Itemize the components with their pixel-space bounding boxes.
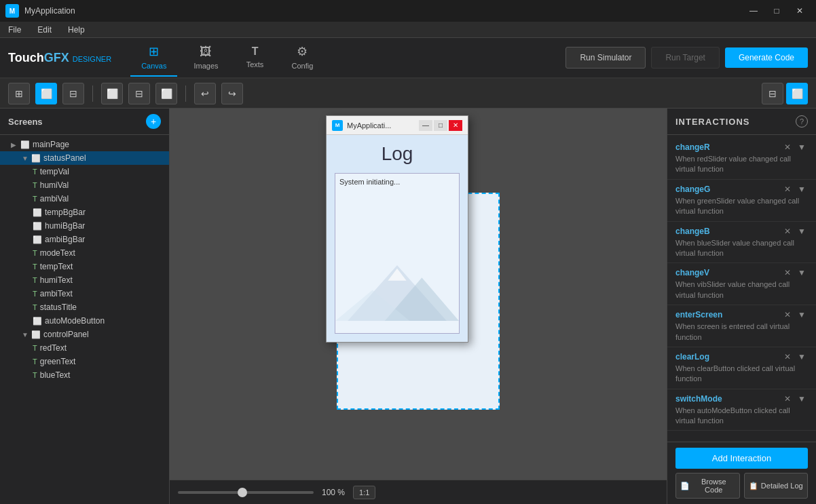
edit-switchMode-button[interactable]: ✕ [782,393,793,404]
tree-item-blueText[interactable]: T blueText [0,368,169,382]
log-body: Log System initiating... [327,135,468,342]
tree-label-controlPanel: controlPanel [43,330,89,339]
tree-item-controlPanel[interactable]: ▼ ⬜ controlPanel [0,328,169,341]
add-screen-button[interactable]: + [146,114,161,129]
move-changeB-button[interactable]: ▼ [796,226,808,237]
text-icon-tempText: T [33,263,37,271]
edit-enterScreen-button[interactable]: ✕ [782,309,793,320]
tree-item-statusPanel[interactable]: ▼ ⬜ statusPanel [0,151,169,165]
tree-item-tempVal[interactable]: T tempVal [0,165,169,178]
tab-config[interactable]: ⚙ Config [281,39,324,77]
interaction-name-changeG: changeG ✕ ▼ [675,184,808,195]
chevron-statusPanel: ▼ [22,155,29,162]
canvas-content[interactable]: Status Auto OFF ON Temp: 60C Humi: [170,109,667,480]
tree-item-redText[interactable]: T redText [0,341,169,355]
tree-item-autoModeButton[interactable]: ⬜ autoModeButton [0,314,169,328]
tree-item-humiVal[interactable]: T humiVal [0,178,169,192]
redo-button[interactable]: ↪ [221,83,243,104]
fit-view-button[interactable]: ⬜ [101,83,123,104]
generate-code-button[interactable]: Generate Code [725,47,808,68]
log-close-button[interactable]: ✕ [449,120,462,131]
run-target-button[interactable]: Run Target [651,47,719,69]
close-button[interactable]: ✕ [789,3,811,18]
canvas-wrapper: Status Auto OFF ON Temp: 60C Humi: [170,109,667,504]
tab-images[interactable]: 🖼 Images [183,39,229,77]
menu-file[interactable]: File [5,24,24,36]
interactions-list: changeR ✕ ▼ When redSlider value changed… [667,135,816,442]
move-enterScreen-button[interactable]: ▼ [796,309,808,320]
crop-button[interactable]: ⊟ [128,83,150,104]
log-window: M MyApplicati... — □ ✕ Log System initia… [326,115,468,343]
chevron-mainPage: ▶ [11,141,18,149]
zoom-level-label: 100 % [322,488,345,497]
app-icon: M [5,4,19,18]
zoom-ratio-button[interactable]: 1:1 [353,486,375,499]
log-minimize-button[interactable]: — [419,120,432,131]
canvas-tab-label: Canvas [141,62,166,70]
move-changeV-button[interactable]: ▼ [796,267,808,278]
text-icon-humiVal: T [33,181,37,189]
tree-label-ambiBgBar: ambiBgBar [45,235,85,244]
zoom-slider[interactable] [178,491,314,494]
top-toolbar: TouchGFX DESIGNER ⊞ Canvas 🖼 Images T Te… [0,38,816,79]
tree-label-humiVal: humiVal [40,180,69,190]
browse-code-button[interactable]: 📄 Browse Code [675,473,740,499]
tree-item-modeText[interactable]: T modeText [0,246,169,260]
text-icon-redText: T [33,344,37,352]
tree-item-tempBgBar[interactable]: ⬜ tempBgBar [0,206,169,219]
detailed-log-button[interactable]: 📋 Detailed Log [744,473,809,499]
edit-changeV-button[interactable]: ✕ [782,267,793,278]
tree-label-ambiText: ambiText [40,289,73,298]
log-content-area[interactable]: System initiating... [335,173,460,334]
add-interaction-button[interactable]: Add Interaction [675,448,808,469]
tree-label-blueText: blueText [40,370,71,380]
main-layout: Screens + ▶ ⬜ mainPage ▼ ⬜ statusPanel T… [0,109,816,504]
interaction-actions-changeB: ✕ ▼ [782,226,808,237]
tree-item-ambiVal[interactable]: T ambiVal [0,192,169,206]
move-changeR-button[interactable]: ▼ [796,142,808,153]
screens-header: Screens + [0,109,169,135]
interaction-changeR: changeR ✕ ▼ When redSlider value changed… [667,138,816,180]
maximize-button[interactable]: □ [766,3,787,18]
run-simulator-button[interactable]: Run Simulator [565,47,646,69]
add-widget-button[interactable]: ⊞ [8,83,30,104]
undo-button[interactable]: ↩ [194,83,216,104]
tree-item-mainPage[interactable]: ▶ ⬜ mainPage [0,138,169,151]
move-changeG-button[interactable]: ▼ [796,184,808,195]
edit-changeB-button[interactable]: ✕ [782,226,793,237]
tree-label-statusPanel: statusPanel [43,153,86,163]
edit-changeR-button[interactable]: ✕ [782,142,793,153]
tree-item-tempText[interactable]: T tempText [0,260,169,273]
tab-canvas[interactable]: ⊞ Canvas [130,39,177,77]
tree-item-ambiBgBar[interactable]: ⬜ ambiBgBar [0,233,169,246]
interaction-actions-changeR: ✕ ▼ [782,142,808,153]
resize-button[interactable]: ⬜ [155,83,177,104]
toolbar-separator-1 [92,85,93,102]
tree-item-ambiText[interactable]: T ambiText [0,287,169,301]
title-bar-left: M MyApplication [5,4,75,18]
log-maximize-button[interactable]: □ [434,120,447,131]
btn-icon-autoModeButton: ⬜ [33,317,42,326]
edit-changeG-button[interactable]: ✕ [782,184,793,195]
screen-view-button[interactable]: ⊟ [762,83,783,104]
menu-help[interactable]: Help [65,24,88,36]
bar-icon-tempBgBar: ⬜ [33,208,42,217]
move-switchMode-button[interactable]: ▼ [796,393,808,404]
tab-texts[interactable]: T Texts [235,40,276,75]
edit-clearLog-button[interactable]: ✕ [782,351,793,362]
group-button[interactable]: ⊟ [62,83,84,104]
left-panel: Screens + ▶ ⬜ mainPage ▼ ⬜ statusPanel T… [0,109,170,504]
menu-edit[interactable]: Edit [35,24,54,36]
minimize-button[interactable]: — [743,3,764,18]
interaction-desc-clearLog: When clearButton clicked call virtual fu… [675,364,808,385]
tree-item-humiBgBar[interactable]: ⬜ humiBgBar [0,219,169,233]
detailed-log-label: Detailed Log [761,482,803,490]
tree-item-humiText[interactable]: T humiText [0,273,169,287]
tree-item-greenText[interactable]: T greenText [0,355,169,368]
select-tool-button[interactable]: ⬜ [35,83,57,104]
tree-item-statusTitle[interactable]: T statusTitle [0,301,169,314]
panel-view-button[interactable]: ⬜ [786,83,808,104]
move-clearLog-button[interactable]: ▼ [796,351,808,362]
help-button[interactable]: ? [796,115,808,128]
log-title-text: MyApplicati... [347,121,391,130]
